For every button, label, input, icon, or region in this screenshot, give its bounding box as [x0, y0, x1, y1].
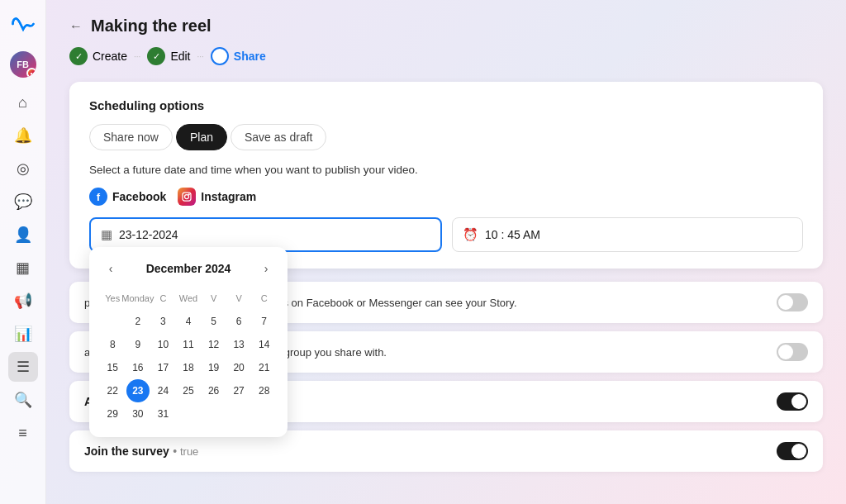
calendar-week-4: 29 30 31 [101, 402, 276, 426]
megaphone-nav[interactable]: 📢 [8, 286, 38, 316]
circle-nav[interactable]: ◎ [8, 154, 38, 183]
page-title: Making the reel [91, 17, 212, 36]
grid-nav[interactable]: ▦ [8, 253, 38, 283]
day-header-2: C [151, 287, 174, 310]
meta-logo [9, 10, 37, 38]
toggle-survey[interactable] [777, 442, 808, 460]
search-icon[interactable]: 🔍 [8, 385, 38, 415]
date-value: 23-12-2024 [119, 228, 178, 241]
cal-day-13[interactable]: 13 [227, 333, 250, 356]
cal-day-15[interactable]: 15 [101, 356, 124, 379]
cal-day-3[interactable]: 3 [151, 310, 174, 333]
survey-optional: true [180, 445, 198, 458]
calendar-prev-button[interactable]: ‹ [101, 259, 121, 278]
megaphone-icon[interactable]: 📢 [8, 286, 38, 316]
time-value: 10 : 45 AM [485, 228, 540, 241]
step-create-label: Create [93, 50, 127, 63]
cal-day-9[interactable]: 9 [126, 333, 150, 356]
header: ← Making the reel [69, 17, 823, 36]
calendar-day-headers: Yes Monday C Wed V V C [101, 287, 276, 310]
cal-day-29[interactable]: 29 [101, 402, 124, 426]
bell-icon[interactable]: 🔔 [8, 121, 38, 150]
toggle-1[interactable] [777, 343, 808, 361]
list-icon[interactable]: ≡ [8, 418, 38, 448]
day-header-6: C [253, 287, 276, 310]
cal-day-24[interactable]: 24 [151, 379, 174, 402]
cal-day-25[interactable]: 25 [177, 379, 200, 402]
cal-day-7[interactable]: 7 [253, 310, 276, 333]
card-title: Scheduling options [89, 98, 803, 112]
step-create-icon: ✓ [69, 47, 88, 65]
description-text: Select a future date and time when you w… [89, 164, 803, 176]
cal-day-8[interactable]: 8 [101, 333, 124, 356]
calendar-next-button[interactable]: › [256, 259, 276, 278]
menu-nav[interactable]: ☰ [8, 352, 38, 382]
cal-day-22[interactable]: 22 [101, 379, 124, 402]
cal-day-28[interactable]: 28 [253, 379, 276, 402]
chart-icon[interactable]: 📊 [8, 319, 38, 349]
cal-day-6[interactable]: 6 [227, 310, 250, 333]
facebook-platform[interactable]: f Facebook [89, 188, 166, 206]
chat-icon[interactable]: 💬 [8, 187, 38, 216]
facebook-icon: f [89, 188, 107, 206]
cal-day-empty-2 [202, 402, 226, 426]
steps: ✓ Create ··· ✓ Edit ··· Share [69, 47, 823, 65]
cal-day-10[interactable]: 10 [151, 333, 174, 356]
cal-day-26[interactable]: 26 [202, 379, 226, 402]
cal-day-11[interactable]: 11 [177, 333, 200, 356]
cal-day-19[interactable]: 19 [202, 356, 226, 379]
chat-nav[interactable]: 💬 [8, 187, 38, 216]
tab-save-draft[interactable]: Save as draft [231, 124, 327, 150]
cal-day-empty [101, 310, 124, 333]
cal-day-31[interactable]: 31 [151, 402, 174, 426]
cal-day-20[interactable]: 20 [227, 356, 250, 379]
step-dot-1: ··· [134, 52, 140, 61]
cal-day-12[interactable]: 12 [202, 333, 226, 356]
calendar-week-0: 2 3 4 5 6 7 [101, 310, 276, 333]
tab-plan[interactable]: Plan [176, 124, 227, 150]
svg-point-2 [189, 194, 190, 195]
cal-day-21[interactable]: 21 [253, 356, 276, 379]
home-nav[interactable]: ⌂ [8, 88, 38, 117]
cal-day-18[interactable]: 18 [177, 356, 200, 379]
cal-day-23-selected[interactable]: 23 [126, 379, 150, 402]
search-nav[interactable]: 🔍 [8, 385, 38, 415]
grid-icon[interactable]: ▦ [8, 253, 38, 283]
back-button[interactable]: ← [69, 19, 83, 34]
day-header-5: V [227, 287, 250, 310]
survey-title: Join the survey [84, 445, 169, 458]
cal-day-30[interactable]: 30 [126, 402, 150, 426]
cal-day-5[interactable]: 5 [202, 310, 226, 333]
cal-day-4[interactable]: 4 [177, 310, 200, 333]
calendar-week-2: 15 16 17 18 19 20 21 [101, 356, 276, 379]
step-share-label: Share [234, 50, 266, 63]
calendar-dropdown: ‹ December 2024 › Yes Monday C Wed V V C [89, 247, 288, 437]
avatar[interactable]: FB ● [10, 51, 36, 78]
cal-day-14[interactable]: 14 [253, 333, 276, 356]
cal-day-16[interactable]: 16 [126, 356, 150, 379]
calendar-icon: ▦ [101, 227, 112, 242]
cal-day-17[interactable]: 17 [151, 356, 174, 379]
chart-nav[interactable]: 📊 [8, 319, 38, 349]
calendar-header: ‹ December 2024 › [101, 259, 276, 278]
instagram-label: Instagram [201, 190, 256, 203]
time-input[interactable]: ⏰ 10 : 45 AM [452, 217, 803, 252]
home-icon[interactable]: ⌂ [8, 88, 38, 117]
toggle-playlist[interactable] [777, 392, 808, 411]
instagram-platform[interactable]: Instagram [178, 188, 256, 206]
scheduling-card: Scheduling options Share now Plan Save a… [69, 82, 823, 269]
step-share-icon [211, 47, 229, 65]
toggle-0[interactable] [777, 293, 808, 311]
person-icon[interactable]: 👤 [8, 220, 38, 250]
tab-share-now[interactable]: Share now [89, 124, 173, 150]
bell-nav[interactable]: 🔔 [8, 121, 38, 150]
circle-icon[interactable]: ◎ [8, 154, 38, 183]
instagram-icon [178, 188, 196, 206]
person-nav[interactable]: 👤 [8, 220, 38, 250]
step-create: ✓ Create [69, 47, 127, 65]
list-nav[interactable]: ≡ [8, 418, 38, 448]
cal-day-2[interactable]: 2 [126, 310, 150, 333]
cal-day-empty-3 [227, 402, 250, 426]
cal-day-27[interactable]: 27 [227, 379, 250, 402]
menu-icon[interactable]: ☰ [8, 352, 38, 382]
